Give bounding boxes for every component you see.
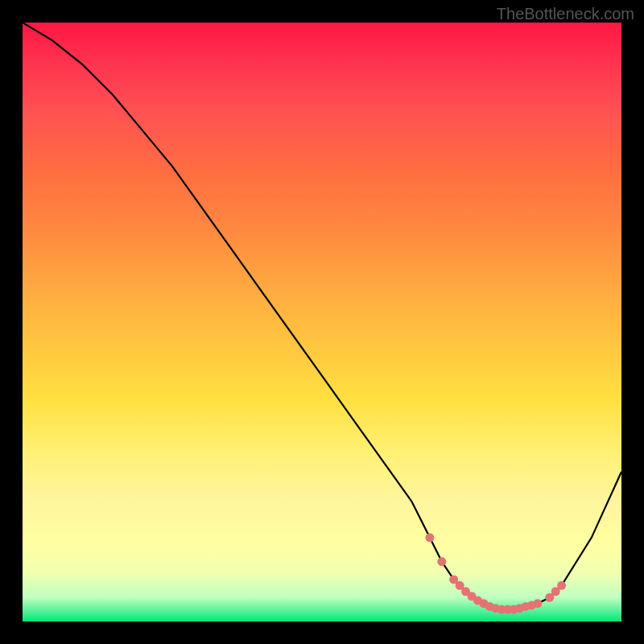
curve-group (23, 23, 621, 609)
marker-point (437, 557, 446, 566)
chart-plot-area (23, 23, 621, 621)
marker-point (425, 533, 434, 542)
chart-svg (23, 23, 621, 621)
marker-point (557, 581, 566, 590)
marker-points-group (425, 533, 566, 613)
watermark-text: TheBottleneck.com (497, 5, 634, 23)
marker-point (533, 599, 542, 608)
bottleneck-curve (23, 23, 621, 609)
